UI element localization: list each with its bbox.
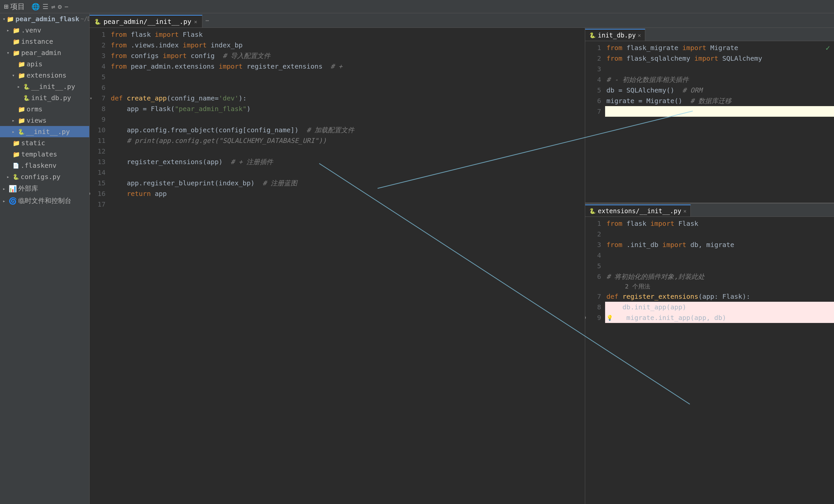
tab-init-db[interactable]: 🐍 init_db.py ✕ — [585, 29, 645, 41]
code-line-3: from configs import config # 导入配置文件 — [109, 50, 585, 61]
right-top-pane: 🐍 init_db.py ✕ 1 2 3 4 5 6 — [585, 28, 834, 204]
sidebar-item-venv[interactable]: 📁 .venv — [0, 25, 89, 36]
br-ln-9-dot — [585, 316, 586, 319]
br-l9-t1: migrate.init_app(app, db) — [614, 314, 726, 322]
venv-folder-icon: 📁 — [13, 27, 20, 34]
sidebar-item-views[interactable]: 📁 views — [0, 115, 89, 126]
tab-main-init[interactable]: 🐍 pear_admin/__init__.py ✕ — [90, 15, 202, 27]
static-folder-icon: 📁 — [13, 140, 20, 146]
orms-folder-icon: 📁 — [18, 106, 25, 113]
ln-16-dot — [90, 192, 90, 195]
ext-init-tab-close[interactable]: ✕ — [683, 208, 687, 214]
br-l7-t1: def — [607, 293, 618, 300]
br-ln-1: 1 — [585, 218, 601, 229]
code-line-5 — [109, 72, 585, 82]
init-db-tab-label: init_db.py — [598, 31, 636, 39]
sidebar-item-static[interactable]: 📁 static — [0, 137, 89, 148]
top-right-code-editor[interactable]: 1 2 3 4 5 6 7 from flask_mi — [585, 41, 834, 203]
views-label: views — [26, 116, 46, 124]
br-l1-t3: import — [650, 220, 674, 227]
globe-icon[interactable]: 🌐 — [31, 3, 40, 10]
l1-t1: from — [111, 30, 127, 39]
tab-more-button[interactable]: ⋯ — [202, 17, 213, 24]
br-code-line-7: def register_extensions (app: Flask): — [605, 291, 834, 302]
ln-6: 6 — [90, 82, 106, 93]
tr-l6-t1: migrate = Migrate() — [607, 97, 682, 105]
code-line-7: def create_app (config_name= 'dev' ): — [109, 93, 585, 104]
main-code-editor[interactable]: 1 2 3 4 5 6 ▾7 8 9 10 11 12 — [90, 28, 585, 504]
l13-t2: # + 注册插件 — [223, 158, 273, 166]
menu-icon[interactable]: ☰ — [42, 3, 48, 10]
br-ln-3: 3 — [585, 239, 601, 250]
tr-code-line-3 — [605, 64, 834, 74]
sidebar-item-apis[interactable]: 📁 apis — [0, 59, 89, 70]
settings-icon[interactable]: ⚙ — [58, 3, 62, 10]
project-selector[interactable]: ⊞ 项目 — [4, 2, 25, 12]
sidebar-item-extensions[interactable]: 📁 extensions — [0, 70, 89, 81]
tr-ln-4: 4 — [585, 74, 601, 85]
l7-t1: def — [111, 94, 123, 102]
instance-folder-icon: 📁 — [13, 38, 20, 45]
right-bottom-tab-bar: 🐍 extensions/__init__.py ✕ — [585, 204, 834, 217]
flaskenv-label: .flaskenv — [21, 161, 57, 169]
br-ln-9: 9 — [585, 312, 601, 323]
tr-l1-t2: flask_migrate — [622, 44, 682, 52]
sidebar-item-init-db[interactable]: 🐍 init_db.py — [0, 92, 89, 104]
sidebar-root[interactable]: 📁 pear_admin_flask ~/Desktop — [0, 13, 89, 25]
code-line-12 — [109, 146, 585, 157]
l3-t5: # 导入配置文件 — [215, 51, 270, 60]
sidebar-item-temp-files[interactable]: 🌀 临时文件和控制台 — [0, 194, 89, 207]
l8-t1: app = Flask( — [111, 105, 175, 113]
sidebar-item-ext-init[interactable]: 🐍 __init__.py — [0, 81, 89, 92]
hint-bulb-icon: 💡 — [607, 315, 613, 321]
check-icon: ✓ — [826, 44, 830, 52]
tr-code-line-2: from flask_sqlalchemy import SQLAlchemy — [605, 53, 834, 64]
tr-ln-1: 1 — [585, 42, 601, 53]
sidebar-item-orms[interactable]: 📁 orms — [0, 104, 89, 115]
br-code-line-2 — [605, 229, 834, 239]
l10-t2: # 加载配置文件 — [299, 126, 354, 135]
code-line-2: from .views.index import index_bp — [109, 40, 585, 50]
instance-label: instance — [21, 38, 53, 45]
extensions-label: extensions — [26, 71, 66, 79]
br-code-line-9: 💡 migrate.init_app(app, db) — [605, 312, 834, 323]
l16-t2: return — [127, 190, 151, 198]
main-init-icon: 🐍 — [18, 129, 25, 135]
configs-icon: 🐍 — [13, 174, 19, 180]
flaskenv-icon: 📄 — [13, 162, 19, 169]
sidebar-item-configs[interactable]: 🐍 configs.py — [0, 171, 89, 182]
l4-t5: # + — [323, 62, 342, 70]
init-db-tab-close[interactable]: ✕ — [638, 32, 641, 39]
temp-files-arrow — [3, 198, 7, 204]
code-line-6 — [109, 82, 585, 93]
configs-label: configs.py — [21, 173, 60, 181]
br-ln-4: 4 — [585, 250, 601, 260]
bottom-right-code-editor[interactable]: 1 2 3 4 5 6 7 8 9 — [585, 217, 834, 504]
split-icon[interactable]: ⇌ — [51, 3, 55, 10]
l3-t1: from — [111, 52, 127, 60]
root-path: ~/Desktop — [81, 16, 90, 22]
sidebar-item-main-init[interactable]: 🐍 __init__.py — [0, 126, 89, 137]
l2-t2: .views.index — [127, 41, 183, 49]
l3-t4: config — [187, 52, 215, 60]
editor-container: 1 2 3 4 5 6 ▾7 8 9 10 11 12 — [90, 28, 834, 504]
external-libs-arrow — [3, 186, 7, 191]
br-l7-t3: register_extensions — [622, 293, 698, 300]
ext-init-tab-label: extensions/__init__.py — [598, 207, 681, 214]
sidebar-item-pear-admin[interactable]: 📁 pear_admin — [0, 47, 89, 59]
sidebar-item-templates[interactable]: 📁 templates — [0, 148, 89, 160]
tab-main-init-close[interactable]: ✕ — [194, 19, 197, 25]
br-l3-t1: from — [607, 241, 622, 249]
l2-t1: from — [111, 41, 127, 49]
l7-t6: ): — [239, 94, 246, 102]
br-code-line-8: db.init_app(app) — [605, 302, 834, 312]
tab-ext-init[interactable]: 🐍 extensions/__init__.py ✕ — [585, 205, 691, 216]
br-ln-8: 8 — [585, 302, 601, 312]
temp-files-icon: 🌀 — [8, 197, 17, 205]
sidebar-item-instance[interactable]: 📁 instance — [0, 36, 89, 47]
pear-admin-label: pear_admin — [21, 49, 61, 57]
ln-16: 16 — [90, 188, 106, 199]
sidebar-item-flaskenv[interactable]: 📄 .flaskenv — [0, 160, 89, 171]
sidebar-item-external-libs[interactable]: 📊 外部库 — [0, 182, 89, 194]
minimize-icon[interactable]: − — [64, 3, 68, 10]
